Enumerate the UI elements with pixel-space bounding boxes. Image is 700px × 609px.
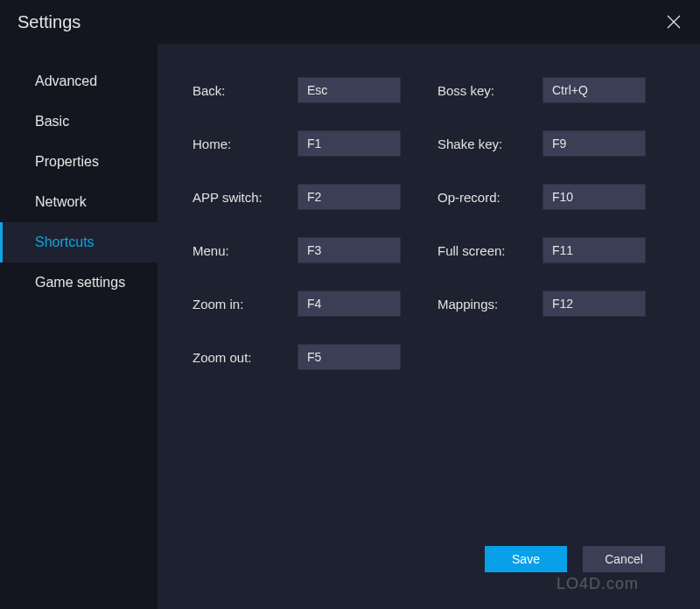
main-panel: Back: Boss key: Home: Shake key: APP swi… (158, 44, 700, 609)
cancel-button[interactable]: Cancel (583, 546, 665, 572)
sidebar-item-advanced[interactable]: Advanced (0, 61, 158, 102)
label-home: Home: (192, 136, 298, 151)
input-app-switch[interactable] (298, 184, 401, 210)
input-zoom-out[interactable] (298, 344, 401, 370)
sidebar-item-network[interactable]: Network (0, 182, 158, 222)
sidebar-item-basic[interactable]: Basic (0, 102, 158, 142)
sidebar-item-label: Network (35, 194, 87, 209)
sidebar-item-label: Shortcuts (35, 234, 94, 249)
input-menu[interactable] (298, 237, 401, 263)
sidebar-item-properties[interactable]: Properties (0, 142, 158, 182)
sidebar-item-label: Properties (35, 154, 99, 169)
input-shake-key[interactable] (542, 130, 646, 157)
sidebar-item-game-settings[interactable]: Game settings (0, 262, 158, 303)
label-app-switch: APP switch: (192, 190, 298, 205)
footer: Save Cancel (192, 546, 674, 592)
label-mappings: Mappings: (438, 297, 542, 312)
save-button[interactable]: Save (485, 546, 567, 572)
input-full-screen[interactable] (542, 237, 646, 263)
label-boss-key: Boss key: (438, 83, 542, 98)
input-back[interactable] (298, 77, 401, 103)
input-home[interactable] (298, 130, 401, 157)
input-op-record[interactable] (542, 184, 646, 210)
shortcuts-grid: Back: Boss key: Home: Shake key: APP swi… (192, 77, 674, 370)
input-boss-key[interactable] (542, 77, 646, 103)
label-full-screen: Full screen: (438, 243, 542, 258)
input-zoom-in[interactable] (298, 290, 401, 317)
sidebar-item-label: Game settings (35, 275, 125, 290)
sidebar-item-shortcuts[interactable]: Shortcuts (0, 222, 158, 262)
label-zoom-out: Zoom out: (192, 350, 298, 365)
sidebar-item-label: Advanced (35, 74, 97, 88)
label-op-record: Op-record: (438, 190, 542, 205)
window-title: Settings (18, 12, 80, 32)
input-mappings[interactable] (542, 290, 646, 317)
label-zoom-in: Zoom in: (192, 297, 298, 312)
titlebar: Settings (0, 0, 700, 44)
window-body: Advanced Basic Properties Network Shortc… (0, 44, 700, 609)
sidebar-item-label: Basic (35, 114, 69, 129)
label-shake-key: Shake key: (438, 136, 542, 151)
close-icon[interactable] (662, 10, 686, 34)
label-menu: Menu: (192, 243, 298, 258)
label-back: Back: (192, 83, 298, 98)
settings-window: Settings Advanced Basic Properties Netwo… (0, 0, 700, 609)
sidebar: Advanced Basic Properties Network Shortc… (0, 44, 158, 609)
